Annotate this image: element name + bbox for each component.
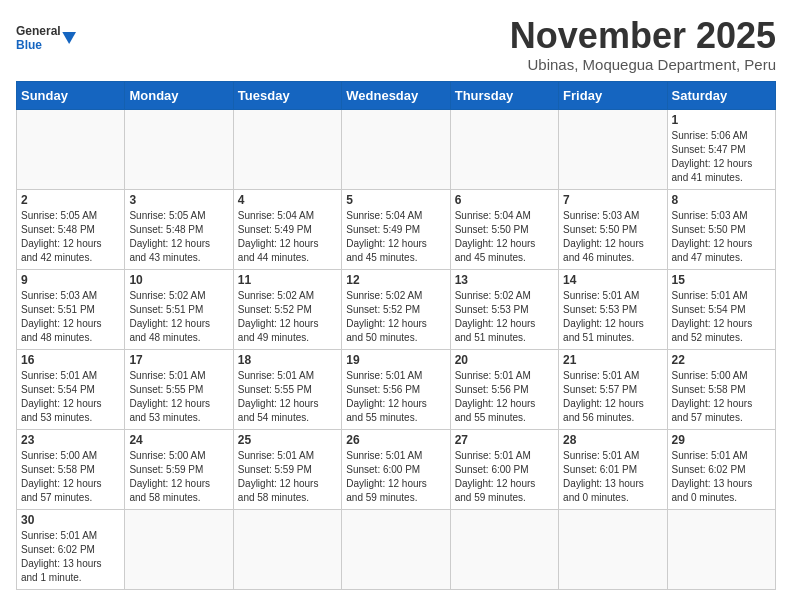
day-info: Sunrise: 5:02 AM Sunset: 5:52 PM Dayligh… bbox=[238, 289, 337, 345]
calendar-cell: 21Sunrise: 5:01 AM Sunset: 5:57 PM Dayli… bbox=[559, 349, 667, 429]
weekday-sunday: Sunday bbox=[17, 81, 125, 109]
day-info: Sunrise: 5:01 AM Sunset: 6:00 PM Dayligh… bbox=[346, 449, 445, 505]
day-info: Sunrise: 5:00 AM Sunset: 5:58 PM Dayligh… bbox=[672, 369, 771, 425]
day-number: 25 bbox=[238, 433, 337, 447]
calendar-cell: 25Sunrise: 5:01 AM Sunset: 5:59 PM Dayli… bbox=[233, 429, 341, 509]
day-info: Sunrise: 5:03 AM Sunset: 5:50 PM Dayligh… bbox=[563, 209, 662, 265]
calendar-cell bbox=[17, 109, 125, 189]
day-info: Sunrise: 5:01 AM Sunset: 5:53 PM Dayligh… bbox=[563, 289, 662, 345]
svg-text:Blue: Blue bbox=[16, 38, 42, 52]
calendar-cell bbox=[342, 109, 450, 189]
calendar-cell bbox=[559, 109, 667, 189]
day-number: 23 bbox=[21, 433, 120, 447]
calendar-cell: 18Sunrise: 5:01 AM Sunset: 5:55 PM Dayli… bbox=[233, 349, 341, 429]
calendar-week-1: 1Sunrise: 5:06 AM Sunset: 5:47 PM Daylig… bbox=[17, 109, 776, 189]
month-title: November 2025 bbox=[510, 16, 776, 56]
calendar-cell: 26Sunrise: 5:01 AM Sunset: 6:00 PM Dayli… bbox=[342, 429, 450, 509]
svg-marker-2 bbox=[62, 32, 76, 44]
calendar-cell: 23Sunrise: 5:00 AM Sunset: 5:58 PM Dayli… bbox=[17, 429, 125, 509]
logo-icon: General Blue bbox=[16, 16, 76, 60]
day-info: Sunrise: 5:01 AM Sunset: 5:55 PM Dayligh… bbox=[129, 369, 228, 425]
calendar-cell: 6Sunrise: 5:04 AM Sunset: 5:50 PM Daylig… bbox=[450, 189, 558, 269]
day-number: 14 bbox=[563, 273, 662, 287]
weekday-saturday: Saturday bbox=[667, 81, 775, 109]
day-number: 8 bbox=[672, 193, 771, 207]
calendar-cell: 13Sunrise: 5:02 AM Sunset: 5:53 PM Dayli… bbox=[450, 269, 558, 349]
day-number: 4 bbox=[238, 193, 337, 207]
weekday-monday: Monday bbox=[125, 81, 233, 109]
day-info: Sunrise: 5:01 AM Sunset: 5:54 PM Dayligh… bbox=[21, 369, 120, 425]
day-info: Sunrise: 5:06 AM Sunset: 5:47 PM Dayligh… bbox=[672, 129, 771, 185]
day-info: Sunrise: 5:04 AM Sunset: 5:50 PM Dayligh… bbox=[455, 209, 554, 265]
calendar-cell: 12Sunrise: 5:02 AM Sunset: 5:52 PM Dayli… bbox=[342, 269, 450, 349]
calendar-cell: 27Sunrise: 5:01 AM Sunset: 6:00 PM Dayli… bbox=[450, 429, 558, 509]
day-number: 17 bbox=[129, 353, 228, 367]
day-info: Sunrise: 5:01 AM Sunset: 5:54 PM Dayligh… bbox=[672, 289, 771, 345]
calendar-cell: 5Sunrise: 5:04 AM Sunset: 5:49 PM Daylig… bbox=[342, 189, 450, 269]
day-info: Sunrise: 5:03 AM Sunset: 5:50 PM Dayligh… bbox=[672, 209, 771, 265]
calendar-cell: 4Sunrise: 5:04 AM Sunset: 5:49 PM Daylig… bbox=[233, 189, 341, 269]
calendar-week-2: 2Sunrise: 5:05 AM Sunset: 5:48 PM Daylig… bbox=[17, 189, 776, 269]
day-number: 15 bbox=[672, 273, 771, 287]
calendar-cell bbox=[125, 509, 233, 589]
day-number: 19 bbox=[346, 353, 445, 367]
weekday-header-row: SundayMondayTuesdayWednesdayThursdayFrid… bbox=[17, 81, 776, 109]
weekday-thursday: Thursday bbox=[450, 81, 558, 109]
day-info: Sunrise: 5:01 AM Sunset: 6:01 PM Dayligh… bbox=[563, 449, 662, 505]
day-number: 26 bbox=[346, 433, 445, 447]
calendar-cell: 8Sunrise: 5:03 AM Sunset: 5:50 PM Daylig… bbox=[667, 189, 775, 269]
day-number: 20 bbox=[455, 353, 554, 367]
title-area: November 2025 Ubinas, Moquegua Departmen… bbox=[510, 16, 776, 73]
calendar-week-6: 30Sunrise: 5:01 AM Sunset: 6:02 PM Dayli… bbox=[17, 509, 776, 589]
calendar-cell: 16Sunrise: 5:01 AM Sunset: 5:54 PM Dayli… bbox=[17, 349, 125, 429]
calendar-table: SundayMondayTuesdayWednesdayThursdayFrid… bbox=[16, 81, 776, 590]
day-info: Sunrise: 5:01 AM Sunset: 5:56 PM Dayligh… bbox=[346, 369, 445, 425]
weekday-friday: Friday bbox=[559, 81, 667, 109]
day-info: Sunrise: 5:01 AM Sunset: 6:00 PM Dayligh… bbox=[455, 449, 554, 505]
calendar-cell: 10Sunrise: 5:02 AM Sunset: 5:51 PM Dayli… bbox=[125, 269, 233, 349]
day-number: 5 bbox=[346, 193, 445, 207]
calendar-cell: 9Sunrise: 5:03 AM Sunset: 5:51 PM Daylig… bbox=[17, 269, 125, 349]
day-info: Sunrise: 5:01 AM Sunset: 6:02 PM Dayligh… bbox=[672, 449, 771, 505]
weekday-tuesday: Tuesday bbox=[233, 81, 341, 109]
day-info: Sunrise: 5:05 AM Sunset: 5:48 PM Dayligh… bbox=[129, 209, 228, 265]
calendar-cell: 24Sunrise: 5:00 AM Sunset: 5:59 PM Dayli… bbox=[125, 429, 233, 509]
day-number: 11 bbox=[238, 273, 337, 287]
day-info: Sunrise: 5:04 AM Sunset: 5:49 PM Dayligh… bbox=[238, 209, 337, 265]
calendar-cell: 15Sunrise: 5:01 AM Sunset: 5:54 PM Dayli… bbox=[667, 269, 775, 349]
day-number: 12 bbox=[346, 273, 445, 287]
day-info: Sunrise: 5:05 AM Sunset: 5:48 PM Dayligh… bbox=[21, 209, 120, 265]
calendar-cell: 7Sunrise: 5:03 AM Sunset: 5:50 PM Daylig… bbox=[559, 189, 667, 269]
calendar-cell: 17Sunrise: 5:01 AM Sunset: 5:55 PM Dayli… bbox=[125, 349, 233, 429]
day-number: 1 bbox=[672, 113, 771, 127]
calendar-cell bbox=[125, 109, 233, 189]
day-number: 6 bbox=[455, 193, 554, 207]
logo: General Blue bbox=[16, 16, 76, 60]
calendar-cell: 28Sunrise: 5:01 AM Sunset: 6:01 PM Dayli… bbox=[559, 429, 667, 509]
calendar-cell: 20Sunrise: 5:01 AM Sunset: 5:56 PM Dayli… bbox=[450, 349, 558, 429]
day-info: Sunrise: 5:03 AM Sunset: 5:51 PM Dayligh… bbox=[21, 289, 120, 345]
calendar-cell: 22Sunrise: 5:00 AM Sunset: 5:58 PM Dayli… bbox=[667, 349, 775, 429]
day-info: Sunrise: 5:01 AM Sunset: 5:59 PM Dayligh… bbox=[238, 449, 337, 505]
calendar-cell: 1Sunrise: 5:06 AM Sunset: 5:47 PM Daylig… bbox=[667, 109, 775, 189]
calendar-cell: 30Sunrise: 5:01 AM Sunset: 6:02 PM Dayli… bbox=[17, 509, 125, 589]
day-number: 10 bbox=[129, 273, 228, 287]
day-number: 16 bbox=[21, 353, 120, 367]
calendar-week-3: 9Sunrise: 5:03 AM Sunset: 5:51 PM Daylig… bbox=[17, 269, 776, 349]
calendar-cell bbox=[450, 109, 558, 189]
calendar-cell: 3Sunrise: 5:05 AM Sunset: 5:48 PM Daylig… bbox=[125, 189, 233, 269]
day-number: 2 bbox=[21, 193, 120, 207]
day-info: Sunrise: 5:01 AM Sunset: 5:56 PM Dayligh… bbox=[455, 369, 554, 425]
day-info: Sunrise: 5:00 AM Sunset: 5:58 PM Dayligh… bbox=[21, 449, 120, 505]
day-info: Sunrise: 5:02 AM Sunset: 5:51 PM Dayligh… bbox=[129, 289, 228, 345]
day-info: Sunrise: 5:01 AM Sunset: 5:57 PM Dayligh… bbox=[563, 369, 662, 425]
day-number: 22 bbox=[672, 353, 771, 367]
calendar-cell bbox=[233, 509, 341, 589]
calendar-week-4: 16Sunrise: 5:01 AM Sunset: 5:54 PM Dayli… bbox=[17, 349, 776, 429]
calendar-week-5: 23Sunrise: 5:00 AM Sunset: 5:58 PM Dayli… bbox=[17, 429, 776, 509]
svg-text:General: General bbox=[16, 24, 61, 38]
calendar-cell bbox=[667, 509, 775, 589]
calendar-cell: 2Sunrise: 5:05 AM Sunset: 5:48 PM Daylig… bbox=[17, 189, 125, 269]
calendar-cell bbox=[450, 509, 558, 589]
day-number: 30 bbox=[21, 513, 120, 527]
